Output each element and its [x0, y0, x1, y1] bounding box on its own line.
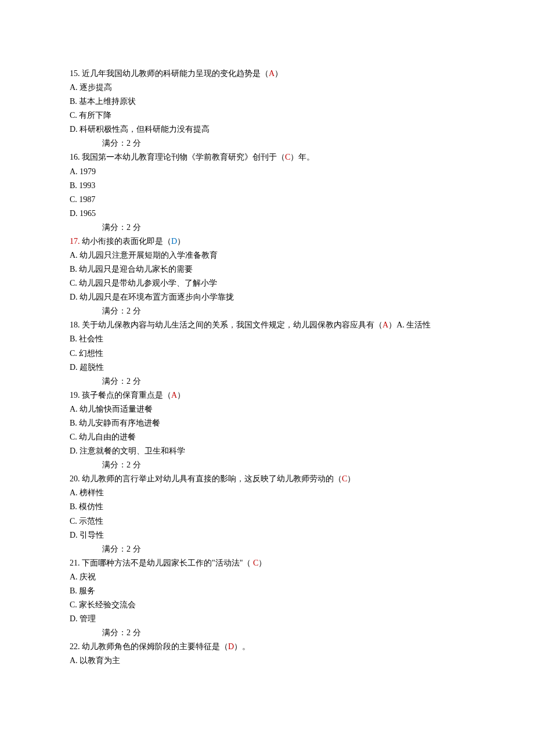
question-stem: 孩子餐点的保育重点是（: [82, 391, 171, 399]
question-block: 19. 孩子餐点的保育重点是（A）A. 幼儿愉快而适量进餐B. 幼儿安静而有序地…: [70, 388, 464, 472]
option: B. 服务: [70, 584, 464, 598]
option: C. 家长经验交流会: [70, 598, 464, 612]
question-stem-after: ）: [347, 474, 355, 483]
question-stem: 幼小衔接的表面化即是（: [82, 237, 171, 246]
question-number: 21.: [70, 559, 80, 567]
option: C. 幻想性: [70, 347, 464, 361]
question-text: 22. 幼儿教师角色的保姆阶段的主要特征是（D）。: [70, 640, 464, 654]
question-stem: 我国第一本幼儿教育理论刊物《学前教育研究》创刊于（: [82, 153, 285, 161]
option: D. 注意就餐的文明、卫生和科学: [70, 444, 464, 458]
option: D. 1965: [70, 207, 464, 221]
question-stem-after: ）: [177, 391, 185, 399]
question-block: 18. 关于幼儿保教内容与幼儿生活之间的关系，我国文件规定，幼儿园保教内容应具有…: [70, 318, 464, 388]
option: A. 幼儿愉快而适量进餐: [70, 402, 464, 416]
option: B. 基本上维持原状: [70, 95, 464, 109]
option: C. 有所下降: [70, 109, 464, 123]
answer-letter: A: [269, 69, 275, 78]
score-line: 满分：2 分: [70, 542, 464, 556]
question-stem-after: ）: [275, 69, 283, 78]
score-line: 满分：2 分: [70, 136, 464, 150]
question-number: 22.: [70, 642, 80, 651]
answer-letter: C: [342, 474, 347, 483]
score-line: 满分：2 分: [70, 375, 464, 388]
question-stem: 幼儿教师角色的保姆阶段的主要特征是（: [82, 642, 228, 651]
answer-letter: C: [253, 559, 258, 567]
answer-letter: D: [171, 237, 177, 246]
option: D. 科研积极性高，但科研能力没有提高: [70, 123, 464, 136]
answer-letter: A: [383, 321, 388, 329]
question-stem-after: ）: [258, 559, 266, 567]
question-block: 15. 近几年我国幼儿教师的科研能力呈现的变化趋势是（A）A. 逐步提高B. 基…: [70, 67, 464, 150]
option: B. 模仿性: [70, 500, 464, 514]
question-stem-after: ）A. 生活性: [388, 321, 431, 329]
score-line: 满分：2 分: [70, 458, 464, 472]
question-stem: 近几年我国幼儿教师的科研能力呈现的变化趋势是（: [82, 69, 269, 78]
score-line: 满分：2 分: [70, 221, 464, 235]
question-text: 15. 近几年我国幼儿教师的科研能力呈现的变化趋势是（A）: [70, 67, 464, 81]
question-text: 17. 幼小衔接的表面化即是（D）: [70, 235, 464, 249]
option: A. 1979: [70, 165, 464, 179]
option: B. 幼儿园只是迎合幼儿家长的需要: [70, 262, 464, 276]
question-number: 19.: [70, 391, 80, 399]
option: A. 庆祝: [70, 570, 464, 584]
option: B. 社会性: [70, 332, 464, 346]
question-block: 16. 我国第一本幼儿教育理论刊物《学前教育研究》创刊于（C）年。A. 1979…: [70, 150, 464, 234]
question-block: 20. 幼儿教师的言行举止对幼儿具有直接的影响，这反映了幼儿教师劳动的（C）A.…: [70, 472, 464, 556]
answer-letter: C: [285, 153, 290, 161]
question-number: 16.: [70, 153, 80, 161]
question-text: 21. 下面哪种方法不是幼儿园家长工作的"活动法"（ C）: [70, 556, 464, 570]
answer-letter: D: [228, 642, 234, 651]
option: B. 幼儿安静而有序地进餐: [70, 416, 464, 430]
answer-letter: A: [171, 391, 177, 399]
question-stem-after: ）: [177, 237, 185, 246]
question-number: 18.: [70, 321, 80, 329]
question-stem: 幼儿教师的言行举止对幼儿具有直接的影响，这反映了幼儿教师劳动的（: [82, 474, 342, 483]
option: A. 榜样性: [70, 486, 464, 500]
option: C. 1987: [70, 193, 464, 207]
question-text: 20. 幼儿教师的言行举止对幼儿具有直接的影响，这反映了幼儿教师劳动的（C）: [70, 472, 464, 486]
score-line: 满分：2 分: [70, 304, 464, 318]
question-stem: 下面哪种方法不是幼儿园家长工作的"活动法"（: [82, 559, 253, 567]
option: A. 幼儿园只注意开展短期的入学准备教育: [70, 249, 464, 262]
option: C. 幼儿自由的进餐: [70, 430, 464, 444]
option: A. 以教育为主: [70, 654, 464, 668]
question-block: 17. 幼小衔接的表面化即是（D）A. 幼儿园只注意开展短期的入学准备教育B. …: [70, 235, 464, 318]
question-text: 18. 关于幼儿保教内容与幼儿生活之间的关系，我国文件规定，幼儿园保教内容应具有…: [70, 318, 464, 332]
option: D. 超脱性: [70, 361, 464, 375]
option: D. 引导性: [70, 528, 464, 542]
question-text: 19. 孩子餐点的保育重点是（A）: [70, 388, 464, 402]
option: C. 幼儿园只是带幼儿参观小学、了解小学: [70, 276, 464, 290]
question-text: 16. 我国第一本幼儿教育理论刊物《学前教育研究》创刊于（C）年。: [70, 150, 464, 164]
score-line: 满分：2 分: [70, 626, 464, 640]
question-number: 20.: [70, 474, 80, 483]
question-block: 21. 下面哪种方法不是幼儿园家长工作的"活动法"（ C）A. 庆祝B. 服务C…: [70, 556, 464, 640]
question-stem: 关于幼儿保教内容与幼儿生活之间的关系，我国文件规定，幼儿园保教内容应具有（: [82, 321, 383, 329]
option: A. 逐步提高: [70, 81, 464, 95]
question-stem-after: ）年。: [290, 153, 315, 161]
question-number: 15.: [70, 69, 80, 78]
question-stem-after: ）。: [234, 642, 250, 651]
option: C. 示范性: [70, 514, 464, 528]
question-block: 22. 幼儿教师角色的保姆阶段的主要特征是（D）。A. 以教育为主: [70, 640, 464, 668]
option: D. 管理: [70, 612, 464, 626]
question-number: 17.: [70, 237, 80, 246]
option: D. 幼儿园只是在环境布置方面逐步向小学靠拢: [70, 290, 464, 304]
option: B. 1993: [70, 179, 464, 193]
